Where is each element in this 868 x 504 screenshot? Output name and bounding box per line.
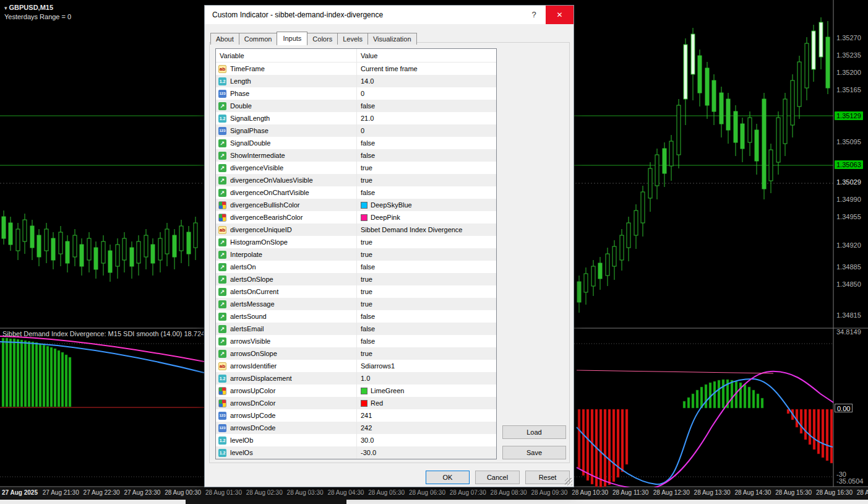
load-button[interactable]: Load xyxy=(502,425,566,439)
param-value-cell[interactable]: true xyxy=(357,236,496,248)
param-row-HistogramOnSlope[interactable]: ↗HistogramOnSlopetrue xyxy=(216,236,496,248)
param-row-divergenceBullishColor[interactable]: divergenceBullishColorDeepSkyBlue xyxy=(216,199,496,211)
param-value-cell[interactable]: 242 xyxy=(357,422,496,434)
param-row-arrowsDnCode[interactable]: 123arrowsDnCode242 xyxy=(216,422,496,434)
param-value-cell[interactable]: false xyxy=(357,310,496,323)
param-value-cell[interactable]: 241 xyxy=(357,409,496,422)
param-value-cell[interactable]: 30.0 xyxy=(357,434,496,446)
cancel-button[interactable]: Cancel xyxy=(475,471,520,484)
tab-levels[interactable]: Levels xyxy=(337,33,368,45)
param-value-cell[interactable]: false xyxy=(357,186,496,199)
param-row-divergenceUniqueID[interactable]: abdivergenceUniqueIDSibbet Demand Index … xyxy=(216,224,496,236)
tab-common[interactable]: Common xyxy=(239,33,278,45)
param-value-cell[interactable]: true xyxy=(357,347,496,360)
param-name: divergenceOnValuesVisible xyxy=(230,174,313,186)
param-value-cell[interactable]: false xyxy=(357,261,496,273)
param-name: Length xyxy=(230,75,251,87)
param-row-levelOs[interactable]: 1.2levelOs-30.0 xyxy=(216,446,496,459)
param-value-cell[interactable]: Sibbet Demand Index Divergence xyxy=(357,224,496,236)
param-value-cell[interactable]: LimeGreen xyxy=(357,385,496,397)
tab-inputs[interactable]: Inputs xyxy=(277,32,307,45)
price-label: 1.34815 xyxy=(836,311,861,319)
tab-visualization[interactable]: Visualization xyxy=(367,33,417,45)
param-value-cell[interactable]: false xyxy=(357,335,496,347)
param-row-ShowIntermediate[interactable]: ↗ShowIntermediatefalse xyxy=(216,149,496,162)
tab-colors[interactable]: Colors xyxy=(307,33,338,45)
param-row-arrowsVisible[interactable]: ↗arrowsVisiblefalse xyxy=(216,335,496,347)
reset-button[interactable]: Reset xyxy=(525,471,570,484)
param-row-Double[interactable]: ↗Doublefalse xyxy=(216,100,496,112)
tab-about[interactable]: About xyxy=(210,33,239,45)
param-name-cell: ↗divergenceOnValuesVisible xyxy=(216,174,357,186)
param-value-cell[interactable]: true xyxy=(357,162,496,174)
param-row-arrowsDnColor[interactable]: arrowsDnColorRed xyxy=(216,397,496,409)
param-value-cell[interactable]: Red xyxy=(357,397,496,409)
time-axis[interactable]: 27 Aug 202527 Aug 21:3027 Aug 22:3027 Au… xyxy=(0,487,868,500)
param-row-divergenceOnValuesVisible[interactable]: ↗divergenceOnValuesVisibletrue xyxy=(216,174,496,186)
scrollbar-thumb[interactable] xyxy=(186,500,346,504)
param-value-cell[interactable]: 1.0 xyxy=(357,372,496,385)
param-row-alertsEmail[interactable]: ↗alertsEmailfalse xyxy=(216,323,496,335)
param-value-cell[interactable]: Current time frame xyxy=(357,63,496,75)
param-value-cell[interactable]: 0 xyxy=(357,87,496,100)
param-value-cell[interactable]: false xyxy=(357,149,496,162)
resize-grip[interactable] xyxy=(565,478,572,485)
param-row-alertsOnCurrent[interactable]: ↗alertsOnCurrenttrue xyxy=(216,285,496,298)
param-row-arrowsDisplacement[interactable]: 1.2arrowsDisplacement1.0 xyxy=(216,372,496,385)
param-value-cell[interactable]: false xyxy=(357,100,496,112)
param-value-cell[interactable]: false xyxy=(357,323,496,335)
ok-button[interactable]: OK xyxy=(426,471,470,484)
param-row-arrowsUpColor[interactable]: arrowsUpColorLimeGreen xyxy=(216,385,496,397)
param-value-cell[interactable]: true xyxy=(357,273,496,285)
symbol-dropdown-icon[interactable]: ▾ xyxy=(4,5,7,11)
param-row-TimeFrame[interactable]: abTimeFrameCurrent time frame xyxy=(216,63,496,75)
bool-type-icon: ↗ xyxy=(218,313,226,321)
price-axis[interactable]: 1.352701.352351.352001.351651.351291.350… xyxy=(834,0,868,487)
horizontal-scrollbar[interactable] xyxy=(0,500,868,504)
time-label: 28 Aug 09:30 xyxy=(531,489,567,496)
param-value-cell[interactable]: DeepPink xyxy=(357,211,496,224)
dialog-titlebar[interactable]: Custom Indicator - sibbet-demand-index-d… xyxy=(205,6,574,24)
param-value-cell[interactable]: false xyxy=(357,137,496,149)
param-row-divergenceBearishColor[interactable]: divergenceBearishColorDeepPink xyxy=(216,211,496,224)
param-row-alertsOn[interactable]: ↗alertsOnfalse xyxy=(216,261,496,273)
bool-type-icon: ↗ xyxy=(218,263,226,271)
param-row-Phase[interactable]: 123Phase0 xyxy=(216,87,496,100)
double-type-icon: 1.2 xyxy=(218,375,226,383)
param-name: arrowsVisible xyxy=(230,335,270,347)
time-label: 27 Aug 21:30 xyxy=(43,489,79,496)
param-row-arrowsUpCode[interactable]: 123arrowsUpCode241 xyxy=(216,409,496,422)
param-row-alertsMessage[interactable]: ↗alertsMessagetrue xyxy=(216,298,496,310)
param-row-SignalDouble[interactable]: ↗SignalDoublefalse xyxy=(216,137,496,149)
param-name-cell: ↗alertsOnCurrent xyxy=(216,285,357,298)
param-value-cell[interactable]: true xyxy=(357,298,496,310)
param-value-cell[interactable]: true xyxy=(357,174,496,186)
param-row-divergenceOnChartVisible[interactable]: ↗divergenceOnChartVisiblefalse xyxy=(216,186,496,199)
param-value-cell[interactable]: 14.0 xyxy=(357,75,496,87)
param-value-cell[interactable]: 0 xyxy=(357,124,496,137)
param-row-SignalPhase[interactable]: 123SignalPhase0 xyxy=(216,124,496,137)
param-row-alertsSound[interactable]: ↗alertsSoundfalse xyxy=(216,310,496,323)
param-row-arrowsIdentifier[interactable]: abarrowsIdentifierSdiarrows1 xyxy=(216,360,496,372)
param-row-Interpolate[interactable]: ↗Interpolatetrue xyxy=(216,248,496,261)
param-row-arrowsOnSlope[interactable]: ↗arrowsOnSlopetrue xyxy=(216,347,496,360)
param-row-levelOb[interactable]: 1.2levelOb30.0 xyxy=(216,434,496,446)
help-button[interactable]: ? xyxy=(523,6,545,24)
param-value: true xyxy=(361,298,372,310)
param-value-cell[interactable]: true xyxy=(357,248,496,261)
param-name-cell: 1.2SignalLength xyxy=(216,112,357,124)
param-row-SignalLength[interactable]: 1.2SignalLength21.0 xyxy=(216,112,496,124)
save-button[interactable]: Save xyxy=(502,446,566,459)
param-row-alertsOnSlope[interactable]: ↗alertsOnSlopetrue xyxy=(216,273,496,285)
chart-symbol-info[interactable]: ▾GBPUSD,M15 xyxy=(4,4,53,11)
int-type-icon: 123 xyxy=(218,90,226,98)
param-row-Length[interactable]: 1.2Length14.0 xyxy=(216,75,496,87)
param-row-divergenceVisible[interactable]: ↗divergenceVisibletrue xyxy=(216,162,496,174)
param-value-cell[interactable]: -30.0 xyxy=(357,446,496,459)
close-button[interactable]: ✕ xyxy=(546,6,574,24)
param-value-cell[interactable]: Sdiarrows1 xyxy=(357,360,496,372)
param-value-cell[interactable]: 21.0 xyxy=(357,112,496,124)
param-value-cell[interactable]: true xyxy=(357,285,496,298)
param-value-cell[interactable]: DeepSkyBlue xyxy=(357,199,496,211)
param-name-cell: 123Phase xyxy=(216,87,357,100)
